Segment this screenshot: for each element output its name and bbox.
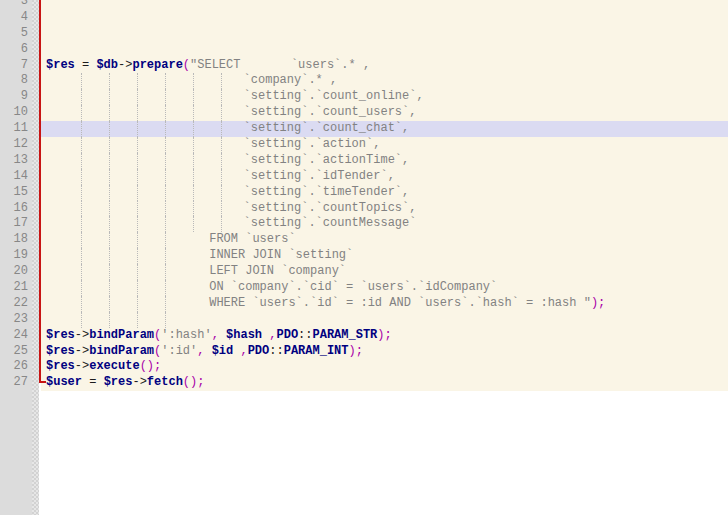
line-number: 23	[0, 312, 32, 328]
code-token: ':hash'	[161, 328, 211, 342]
code-token: `setting`.`countMessage`	[222, 216, 416, 230]
indent-guide	[110, 89, 138, 105]
code-line-3[interactable]	[41, 0, 728, 10]
indent-guide	[82, 73, 110, 89]
code-token: =	[82, 375, 104, 389]
line-number: 3	[0, 0, 32, 10]
code-token: ::	[298, 328, 312, 342]
indent-guide	[46, 248, 82, 264]
code-line-26[interactable]: $res->execute();	[41, 359, 728, 375]
indent-guide	[166, 105, 194, 121]
code-token: PDO	[276, 328, 298, 342]
code-line-13[interactable]: `setting`.`actionTime`,	[41, 153, 728, 169]
code-line-15[interactable]: `setting`.`timeTender`,	[41, 185, 728, 201]
code-line-20[interactable]: LEFT JOIN `company`	[41, 264, 728, 280]
gutter-hatch-strip	[32, 0, 39, 515]
code-line-16[interactable]: `setting`.`countTopics`,	[41, 201, 728, 217]
code-line-18[interactable]: FROM `users`	[41, 232, 728, 248]
code-line-22[interactable]: WHERE `users`.`id` = :id AND `users`.`ha…	[41, 296, 728, 312]
code-token: $user	[46, 375, 82, 389]
code-token: ON `company`.`cid` = `users`.`idCompany`	[166, 280, 497, 294]
code-token: `setting`.`count_users`,	[222, 105, 416, 119]
indent-guide	[194, 169, 222, 185]
code-line-6[interactable]	[41, 42, 728, 58]
indent-guide	[138, 169, 166, 185]
indent-guide	[82, 89, 110, 105]
indent-guide	[138, 89, 166, 105]
indent-guide	[166, 73, 194, 89]
indent-guide	[82, 280, 110, 296]
code-editor[interactable]: 3456789101112131415161718192021222324252…	[0, 0, 728, 515]
indent-guide	[166, 169, 194, 185]
code-line-27[interactable]: $user = $res->fetch();	[41, 375, 728, 391]
code-token: ();	[140, 359, 162, 373]
indent-guide	[46, 312, 82, 328]
line-number: 8	[0, 73, 32, 89]
code-token: PARAM_INT	[284, 344, 349, 358]
code-line-21[interactable]: ON `company`.`cid` = `users`.`idCompany`	[41, 280, 728, 296]
indent-guide	[138, 105, 166, 121]
code-line-14[interactable]: `setting`.`idTender`,	[41, 169, 728, 185]
code-token: PDO	[248, 344, 270, 358]
line-number: 24	[0, 328, 32, 344]
code-line-19[interactable]: INNER JOIN `setting`	[41, 248, 728, 264]
line-number: 27	[0, 375, 32, 391]
indent-guide	[110, 248, 138, 264]
code-token: bindParam	[89, 328, 154, 342]
indent-guide	[110, 201, 138, 217]
code-line-25[interactable]: $res->bindParam(':id', $id ,PDO::PARAM_I…	[41, 344, 728, 360]
line-number: 15	[0, 185, 32, 201]
code-line-12[interactable]: `setting`.`action`,	[41, 137, 728, 153]
code-token: );	[349, 344, 363, 358]
line-number: 10	[0, 105, 32, 121]
indent-guide	[46, 89, 82, 105]
code-token: `setting`.`timeTender`,	[222, 185, 409, 199]
code-line-23[interactable]	[41, 312, 728, 328]
code-line-5[interactable]	[41, 26, 728, 42]
text-area[interactable]: $res = $db->prepare("SELECT `users`.* , …	[41, 0, 728, 515]
line-number: 16	[0, 201, 32, 217]
code-token: `setting`.`idTender`,	[222, 169, 395, 183]
code-token: ->	[75, 359, 89, 373]
line-number: 19	[0, 248, 32, 264]
code-line-10[interactable]: `setting`.`count_users`,	[41, 105, 728, 121]
indent-guide	[138, 137, 166, 153]
indent-guide	[138, 232, 166, 248]
code-token: );	[591, 296, 605, 310]
code-token: $id	[212, 344, 234, 358]
indent-guide	[110, 296, 138, 312]
code-token: ();	[183, 375, 205, 389]
indent-guide	[138, 201, 166, 217]
code-line-11[interactable]: `setting`.`count_chat`,	[41, 121, 728, 137]
code-token	[219, 328, 226, 342]
code-line-9[interactable]: `setting`.`count_online`,	[41, 89, 728, 105]
indent-guide	[46, 216, 82, 232]
code-line-8[interactable]: `company`.* ,	[41, 73, 728, 89]
code-token: PARAM_STR	[313, 328, 378, 342]
indent-guide	[110, 185, 138, 201]
indent-guide	[82, 105, 110, 121]
code-line-17[interactable]: `setting`.`countMessage`	[41, 216, 728, 232]
indent-guide	[110, 216, 138, 232]
line-number: 17	[0, 216, 32, 232]
indent-guide	[194, 201, 222, 217]
indent-guide	[194, 105, 222, 121]
indent-guide	[46, 201, 82, 217]
code-token: $res	[104, 375, 133, 389]
indent-guide	[110, 153, 138, 169]
code-line-24[interactable]: $res->bindParam(':hash', $hash ,PDO::PAR…	[41, 328, 728, 344]
indent-guide	[194, 137, 222, 153]
line-number: 4	[0, 10, 32, 26]
code-line-7[interactable]: $res = $db->prepare("SELECT `users`.* ,	[41, 58, 728, 74]
indent-guide	[46, 185, 82, 201]
code-token: "SELECT `users`.* ,	[190, 58, 370, 72]
indent-guide	[46, 169, 82, 185]
indent-guide	[110, 105, 138, 121]
line-number: 21	[0, 280, 32, 296]
indent-guide	[82, 153, 110, 169]
indent-guide	[194, 73, 222, 89]
indent-guide	[166, 201, 194, 217]
indent-guide	[82, 137, 110, 153]
code-line-4[interactable]	[41, 10, 728, 26]
indent-guide	[138, 185, 166, 201]
